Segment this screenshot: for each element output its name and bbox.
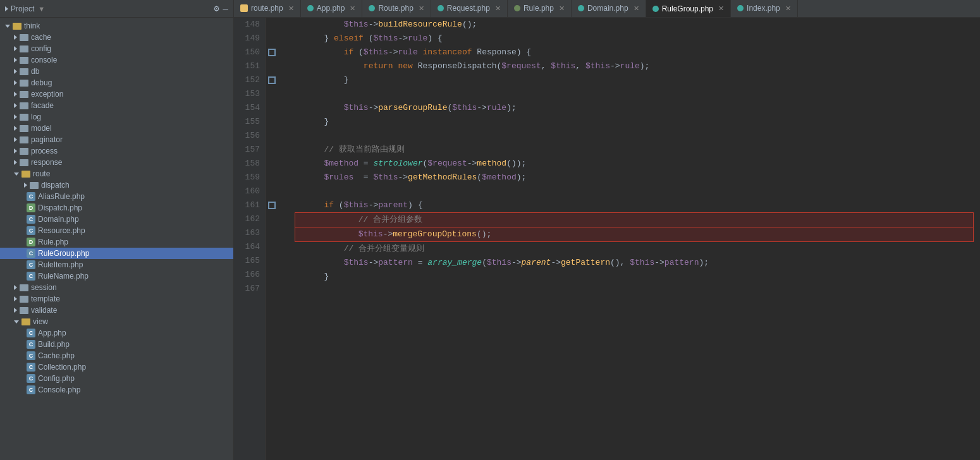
settings-icon[interactable]: ⚙ (214, 3, 219, 14)
tree-folder-paginator[interactable]: paginator (0, 134, 233, 145)
tree-label-app-php: App.php (38, 329, 66, 337)
tab-close-rulegroup[interactable]: ✕ (718, 4, 724, 13)
tab-label-app: App.php (317, 4, 345, 13)
tab-close-app[interactable]: ✕ (350, 4, 355, 13)
tree-label-debug: debug (31, 78, 52, 87)
tree-folder-model[interactable]: model (0, 123, 233, 134)
tab-label-route-class: Route.php (378, 4, 413, 13)
tree-label-log: log (31, 112, 41, 121)
tree-folder-config[interactable]: config (0, 43, 233, 54)
tree-label-exception: exception (31, 90, 63, 99)
minimize-icon[interactable]: — (223, 4, 228, 14)
file-icon-build: C (27, 340, 35, 349)
file-tree: think cache config console db (0, 18, 233, 460)
code-line-162: // 合并分组参数 (285, 212, 974, 227)
tree-label-config-php: Config.php (38, 374, 75, 383)
tree-label-cache: cache (31, 33, 51, 42)
tree-file-console-php[interactable]: C Console.php (0, 384, 233, 396)
tree-folder-session[interactable]: session (0, 282, 233, 293)
tree-file-build-php[interactable]: C Build.php (0, 339, 233, 350)
tab-close-index[interactable]: ✕ (785, 4, 791, 13)
tree-label-template: template (31, 294, 60, 303)
code-line-160 (285, 185, 974, 198)
file-icon-aliasrule: C (27, 192, 35, 201)
file-icon-dispatch: D (27, 203, 35, 212)
tree-folder-route[interactable]: route (0, 168, 233, 179)
tab-route-php[interactable]: route.php ✕ (234, 0, 301, 17)
tree-folder-response[interactable]: response (0, 157, 233, 168)
tab-close-request[interactable]: ✕ (495, 4, 501, 13)
tree-file-ruleitem[interactable]: C RuleItem.php (0, 259, 233, 270)
tree-file-rulename[interactable]: C RuleName.php (0, 270, 233, 282)
tree-label-rule-php: Rule.php (38, 238, 68, 246)
gutter (266, 18, 278, 460)
code-line-148: $this->buildResourceRule(); (285, 18, 974, 32)
file-icon-ruleitem: C (27, 260, 35, 269)
tabs-bar: route.php ✕ App.php ✕ Route.php ✕ Reques… (234, 0, 980, 18)
tree-folder-validate[interactable]: validate (0, 305, 233, 316)
tree-label-facade: facade (31, 101, 54, 110)
tree-file-dispatch[interactable]: D Dispatch.php (0, 202, 233, 214)
tree-label-dispatch: dispatch (41, 181, 70, 190)
tab-close-route-class[interactable]: ✕ (419, 4, 424, 13)
file-icon-app: C (27, 329, 35, 337)
file-icon-domain: C (27, 215, 35, 224)
tab-domain-php[interactable]: Domain.php ✕ (572, 0, 646, 17)
sidebar-header: Project ▼ ⚙ — (0, 0, 233, 18)
code-lines[interactable]: $this->buildResourceRule(); } elseif ($t… (278, 18, 980, 460)
tab-label-route: route.php (251, 4, 283, 13)
code-line-149: } elseif ($this->rule) { (285, 32, 974, 45)
tree-folder-view[interactable]: view (0, 316, 233, 327)
tree-label-build-php: Build.php (38, 340, 70, 349)
tree-folder-cache[interactable]: cache (0, 32, 233, 43)
tree-folder-template[interactable]: template (0, 293, 233, 305)
tab-close-route[interactable]: ✕ (288, 4, 294, 13)
tree-label-resource-php: Resource.php (38, 226, 85, 235)
tab-label-rule: Rule.php (524, 4, 554, 13)
file-icon-collection: C (27, 363, 35, 372)
tab-rule-php[interactable]: Rule.php ✕ (508, 0, 572, 17)
tree-folder-debug[interactable]: debug (0, 77, 233, 88)
file-icon-rulename: C (27, 272, 35, 281)
tab-request-php[interactable]: Request.php ✕ (431, 0, 508, 17)
tree-folder-log[interactable]: log (0, 111, 233, 123)
code-line-154: $this->parseGroupRule($this->rule); (285, 101, 974, 115)
code-line-155: } (285, 115, 974, 129)
tab-rulegroup-php[interactable]: RuleGroup.php ✕ (646, 0, 731, 17)
tab-close-rule[interactable]: ✕ (559, 4, 565, 13)
code-line-152: } (285, 73, 974, 87)
tree-file-cache-php[interactable]: C Cache.php (0, 350, 233, 361)
tree-label-dispatch-php: Dispatch.php (38, 203, 82, 212)
file-icon-cache: C (27, 351, 35, 360)
tree-folder-process[interactable]: process (0, 145, 233, 157)
tree-folder-console[interactable]: console (0, 54, 233, 66)
tree-file-config-php[interactable]: C Config.php (0, 373, 233, 384)
tab-route-class[interactable]: Route.php ✕ (362, 0, 431, 17)
tree-label-domain-php: Domain.php (38, 215, 79, 224)
tree-file-domain[interactable]: C Domain.php (0, 214, 233, 225)
code-line-165: $this->pattern = array_merge($this->pare… (285, 256, 974, 270)
tree-folder-db[interactable]: db (0, 66, 233, 77)
tree-folder-dispatch[interactable]: dispatch (0, 179, 233, 191)
tree-file-app-php[interactable]: C App.php (0, 327, 233, 339)
tree-folder-facade[interactable]: facade (0, 100, 233, 111)
tree-label-collection-php: Collection.php (38, 363, 86, 372)
tree-file-resource[interactable]: C Resource.php (0, 225, 233, 236)
tab-close-domain[interactable]: ✕ (634, 4, 639, 13)
tree-root-think[interactable]: think (0, 20, 233, 32)
tab-app-php[interactable]: App.php ✕ (301, 0, 363, 17)
tree-label-cache-php: Cache.php (38, 351, 75, 360)
tree-file-aliasrule[interactable]: C AliasRule.php (0, 191, 233, 202)
tab-index-php[interactable]: Index.php ✕ (731, 0, 798, 17)
tree-file-collection-php[interactable]: C Collection.php (0, 361, 233, 373)
tree-file-rule[interactable]: D Rule.php (0, 236, 233, 248)
file-icon-resource: C (27, 226, 35, 235)
tree-label-session: session (31, 283, 57, 292)
tree-label-model: model (31, 124, 52, 133)
code-line-163: $this->mergeGroupOptions(); (285, 227, 974, 242)
tree-file-rulegroup[interactable]: C RuleGroup.php (0, 248, 233, 259)
tree-label-route: route (33, 169, 50, 178)
tree-label-rulegroup-php: RuleGroup.php (38, 249, 89, 258)
tree-label-ruleitem-php: RuleItem.php (38, 260, 83, 269)
tree-folder-exception[interactable]: exception (0, 88, 233, 100)
